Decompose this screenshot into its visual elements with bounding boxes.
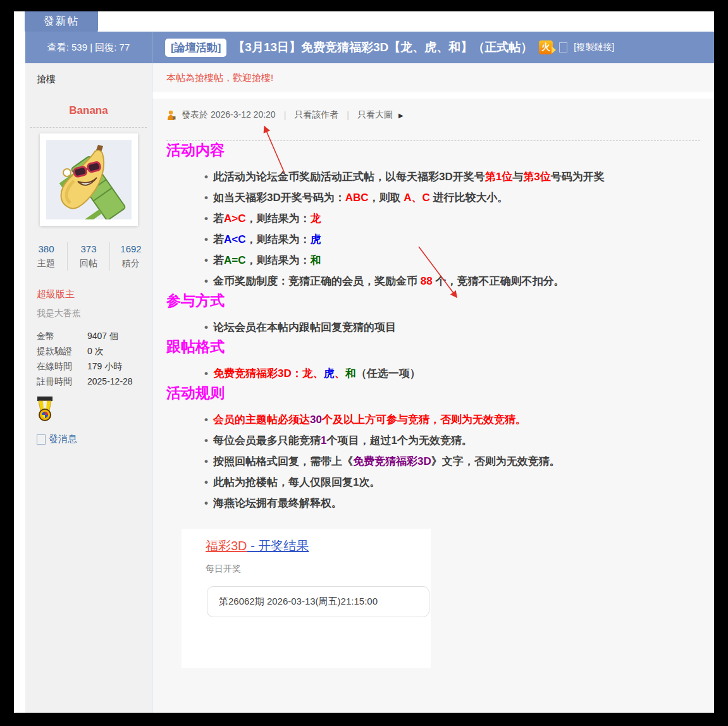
activity-content-list: 此活动为论坛金币奖励活动正式帖，以每天福彩3D开奖号第1位与第3位号码为开奖 如… <box>166 166 714 292</box>
text-run: 论坛会员在本帖内跟帖回复竞猜的项目 <box>213 321 396 333</box>
text-run: 个，竞猜不正确则不扣分。 <box>433 275 565 287</box>
bullet-item: 若A>C，则结果为：龙 <box>166 208 714 229</box>
section-heading-activity-content: 活动内容 <box>166 141 714 159</box>
forum-activity-tag[interactable]: [論壇活動] <box>165 39 226 57</box>
stat-replies[interactable]: 373 回帖 <box>68 242 110 271</box>
detail-value: 0 次 <box>87 343 104 359</box>
text-run: 免费竞猜福彩3D：龙、 <box>213 367 324 379</box>
lottery-result-link[interactable]: 福彩3D - 开奖结果 <box>206 538 431 555</box>
text-run: 和 <box>345 367 356 379</box>
text-run: A>C <box>224 212 245 225</box>
text-run: 如当天福彩3D开奖号码为： <box>213 192 345 204</box>
post-meta-row: 發表於 2026-3-12 20:20 | 只看該作者 | 只看大圖 ▶ <box>152 99 714 121</box>
detail-value: 179 小時 <box>87 359 122 374</box>
text-run: 号码为开奖 <box>551 171 605 183</box>
stat-label: 回帖 <box>68 258 109 269</box>
forum-page: 發新帖 查看: 539 | 回復: 77 [論壇活動] 【3月13日】免费竞猜福… <box>14 11 714 713</box>
text-run: 此帖为抢楼帖，每人仅限回复1次。 <box>213 476 380 488</box>
banana-avatar-image <box>46 140 132 219</box>
text-run: 若 <box>213 233 224 245</box>
copy-link-button[interactable]: [複製鏈接] <box>574 42 614 53</box>
detail-label: 金幣 <box>37 328 87 343</box>
divider: | <box>281 110 289 120</box>
text-run: 88 <box>421 275 433 287</box>
text-run: 龙 <box>310 212 321 225</box>
detail-label: 提款驗證 <box>37 343 87 359</box>
author-person-icon <box>166 110 176 121</box>
text-run: 海燕论坛拥有最终解释权。 <box>213 497 342 509</box>
new-post-button[interactable]: 發新帖 <box>25 11 98 34</box>
thread-title-area: [論壇活動] 【3月13日】免费竞猜福彩3D【龙、虎、和】（正式帖） 火 [複製… <box>152 32 714 63</box>
avatar[interactable] <box>40 133 138 226</box>
stat-value: 1692 <box>110 243 152 254</box>
text-run: A、C <box>404 192 430 204</box>
floor-notice: 本帖為搶樓帖，歡迎搶樓! <box>152 63 714 92</box>
bullet-item: 免费竞猜福彩3D：龙、虎、和（任选一项） <box>166 363 714 384</box>
detail-value: 2025-12-28 <box>87 374 133 389</box>
daily-draw-label: 每日开奖 <box>206 563 431 575</box>
post-main-area: 本帖為搶樓帖，歡迎搶樓! 發表於 2026-3-12 20:20 | 只看該作者… <box>152 63 714 713</box>
bullet-item: 此帖为抢楼帖，每人仅限回复1次。 <box>166 472 714 493</box>
draw-info: 第26062期 2026-03-13(周五)21:15:00 <box>207 586 429 617</box>
text-run: ，则取 <box>369 192 404 204</box>
text-run: 若 <box>213 254 224 266</box>
text-run: ，则结果为： <box>245 212 310 225</box>
thread-title: 【3月13日】免费竞猜福彩3D【龙、虎、和】（正式帖） <box>233 39 533 56</box>
user-role-badge: 超級版主 <box>37 288 152 300</box>
stat-threads[interactable]: 380 主題 <box>25 242 68 271</box>
section-heading-participation: 参与方式 <box>166 292 714 309</box>
reply-format-list: 免费竞猜福彩3D：龙、虎、和（任选一项） <box>166 363 714 384</box>
lottery-result-box: 福彩3D - 开奖结果 每日开奖 第26062期 2026-03-13(周五)2… <box>182 529 431 668</box>
text-run: ABC <box>345 192 369 204</box>
text-run: 按照回帖格式回复，需带上《 <box>213 455 353 467</box>
view-author-only-link[interactable]: 只看該作者 <box>294 109 338 121</box>
view-large-image-link[interactable]: 只看大圖 <box>357 109 393 121</box>
view-reply-counts: 查看: 539 | 回復: 77 <box>25 32 152 63</box>
bullet-item: 若A=C，则结果为：和 <box>166 250 714 271</box>
user-details: 金幣 9407 個 提款驗證 0 次 在線時間 179 小時 註冊時間 2025… <box>37 328 152 389</box>
send-message-link[interactable]: 發消息 <box>37 433 152 445</box>
text-run: 进行比较大小。 <box>430 192 509 204</box>
stat-points[interactable]: 1692 積分 <box>110 242 152 271</box>
text-run: 第1位 <box>485 171 512 183</box>
missing-glyph-icon <box>37 434 46 445</box>
detail-row: 註冊時間 2025-12-28 <box>37 374 152 389</box>
stat-value: 373 <box>68 243 109 254</box>
thread-header-bar: 查看: 539 | 回復: 77 [論壇活動] 【3月13日】免费竞猜福彩3D【… <box>25 32 714 63</box>
text-run: 免费竞猜福彩3D <box>353 455 431 467</box>
medal-icon <box>37 397 152 424</box>
text-run: ，则结果为： <box>245 233 310 245</box>
send-message-label: 發消息 <box>49 433 77 445</box>
bullet-item: 论坛会员在本帖内跟帖回复竞猜的项目 <box>166 317 714 338</box>
section-heading-rules: 活动规则 <box>166 384 714 402</box>
text-run: 金币奖励制度：竞猜正确的会员，奖励金币 <box>213 275 421 287</box>
divider: | <box>344 110 352 120</box>
text-run: A=C <box>224 254 245 266</box>
bullet-item: 海燕论坛拥有最终解释权。 <box>166 493 714 514</box>
bullet-item: 若A<C，则结果为：虎 <box>166 229 714 250</box>
screenshot-root: { "colors": { "header_blue": "#7590c4", … <box>0 0 728 726</box>
rules-list: 会员的主题帖必须达30个及以上方可参与竞猜，否则为无效竞猜。 每位会员最多只能竞… <box>166 409 714 514</box>
text-run: 和 <box>310 254 321 266</box>
detail-row: 提款驗證 0 次 <box>37 343 152 359</box>
expand-arrow-icon[interactable]: ▶ <box>398 112 404 119</box>
username-link[interactable]: Banana <box>25 104 152 117</box>
author-stats: 380 主題 373 回帖 1692 積分 <box>25 242 152 271</box>
hot-fire-icon: 火 <box>539 40 553 54</box>
bullet-item: 如当天福彩3D开奖号码为：ABC，则取 A、C 进行比较大小。 <box>166 187 714 208</box>
bullet-item: 会员的主题帖必须达30个及以上方可参与竞猜，否则为无效竞猜。 <box>166 409 714 430</box>
text-run: 每位会员最多只能竞猜 <box>213 434 321 446</box>
text-run: 会员的主题帖必须达 <box>213 414 310 426</box>
detail-label: 註冊時間 <box>37 374 87 389</box>
text-run: 、 <box>335 367 345 379</box>
text-run: 》文字，否则为无效竞猜。 <box>431 455 560 467</box>
text-run: A<C <box>224 233 245 245</box>
stat-value: 380 <box>25 243 67 254</box>
bullet-item: 金币奖励制度：竞猜正确的会员，奖励金币 88 个，竞猜不正确则不扣分。 <box>166 271 714 292</box>
section-heading-reply-format: 跟帖格式 <box>166 338 714 355</box>
detail-label: 在線時間 <box>37 359 87 374</box>
user-signature: 我是大香蕉 <box>37 308 152 319</box>
post-body: 活动内容 此活动为论坛金币奖励活动正式帖，以每天福彩3D开奖号第1位与第3位号码… <box>152 141 714 668</box>
participation-list: 论坛会员在本帖内跟帖回复竞猜的项目 <box>166 317 714 338</box>
text-run: - 开奖结果 <box>247 539 309 553</box>
